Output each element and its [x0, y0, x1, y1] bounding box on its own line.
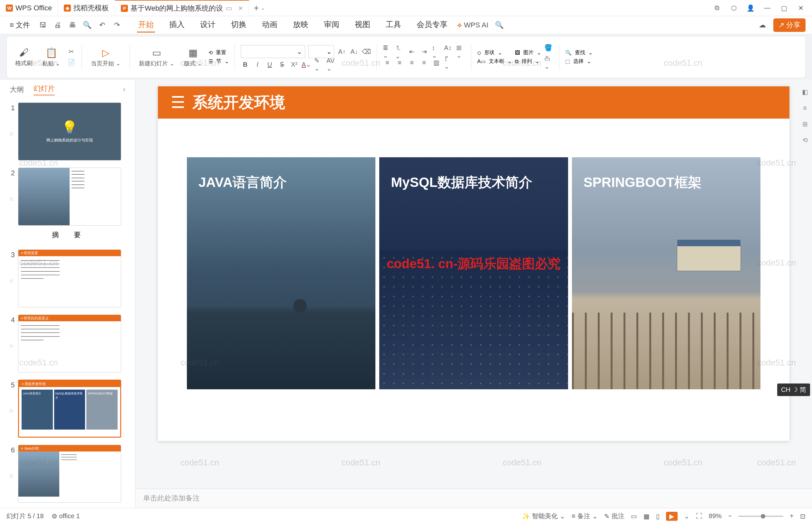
notes-pane[interactable]: 单击此处添加备注: [135, 489, 812, 508]
highlight-icon[interactable]: ✎ ⌄: [314, 60, 323, 69]
preview-icon[interactable]: 🔍: [82, 20, 93, 30]
zoom-slider[interactable]: [738, 515, 783, 517]
from-current-button[interactable]: ▷ 当页开始 ⌄: [88, 47, 124, 67]
maximize-icon[interactable]: ▢: [779, 3, 789, 13]
rail-icon[interactable]: ≡: [800, 103, 810, 113]
superscript-icon[interactable]: X²: [290, 60, 299, 69]
rail-icon[interactable]: ⟲: [800, 135, 810, 145]
find-button[interactable]: 🔍 查找 ⌄: [565, 49, 593, 56]
thumb-6[interactable]: ≡ Java介绍 ━━━━━━━━━━━━━━━━━━━━━━━━━━━━━━━…: [18, 445, 121, 503]
align-vert-icon[interactable]: ⊞ ⌄: [456, 47, 465, 56]
notes-toggle[interactable]: ≡ 备注 ⌄: [571, 512, 598, 521]
chevron-down-icon[interactable]: ⌄: [684, 512, 690, 520]
clear-format-icon[interactable]: ⌫: [362, 47, 371, 56]
font-family-select[interactable]: ⌄: [241, 45, 305, 58]
tab-tools[interactable]: 工具: [384, 17, 402, 33]
redo-icon[interactable]: ↷: [112, 20, 122, 30]
fullscreen-icon[interactable]: ⛶: [696, 512, 702, 520]
comments-toggle[interactable]: ✎ 批注: [604, 512, 625, 521]
align-justify-icon[interactable]: ≡: [419, 58, 429, 67]
text-direction-icon[interactable]: ↕ ⌄: [432, 47, 441, 56]
tab-docer[interactable]: ◆ 找稻壳模板: [58, 0, 115, 16]
reset-button[interactable]: ⟲ 重置: [209, 49, 229, 56]
zoom-knob[interactable]: [761, 514, 765, 519]
increase-font-icon[interactable]: A↑: [337, 47, 346, 56]
ime-badge[interactable]: CH ☽ 简: [777, 383, 810, 396]
outdent-icon[interactable]: ⇤: [407, 47, 416, 56]
undo-icon[interactable]: ↶: [97, 20, 107, 30]
shape-button[interactable]: ◇ 形状 ⌄: [477, 49, 512, 56]
zoom-out-icon[interactable]: −: [728, 512, 732, 520]
star-icon[interactable]: ☆: [9, 342, 14, 349]
sorter-view-icon[interactable]: ▦: [644, 512, 650, 520]
star-icon[interactable]: ☆: [9, 407, 14, 414]
office-button[interactable]: ⚙ office 1: [52, 512, 80, 520]
font-color-icon[interactable]: A ⌄: [302, 60, 311, 69]
decrease-font-icon[interactable]: A↓: [350, 47, 359, 56]
beautify-button[interactable]: ✨ 智能美化 ⌄: [522, 512, 565, 521]
normal-view-icon[interactable]: ▭: [631, 512, 637, 520]
avatar[interactable]: 👤: [746, 3, 755, 13]
tab-view[interactable]: 视图: [353, 17, 371, 33]
tab-start[interactable]: 开始: [137, 17, 155, 33]
thumb-2[interactable]: ━━━━━━━━━━━━━━━━━━━━━━━━━━━━━━━━━━━━━━━━…: [18, 167, 121, 226]
layout-button[interactable]: ▦ 版式 ⌄: [181, 47, 205, 67]
close-window-icon[interactable]: ✕: [796, 3, 806, 13]
char-spacing-icon[interactable]: AV ⌄: [327, 60, 335, 69]
save-icon[interactable]: 🖫: [38, 20, 48, 30]
paragraph-spacing-icon[interactable]: ↕ ⌄: [444, 58, 453, 67]
tab-member[interactable]: 会员专享: [415, 17, 449, 33]
tab-review[interactable]: 审阅: [322, 17, 341, 33]
tab-document[interactable]: P 基于Web的网上购物系统的设 ▭ ✕: [115, 0, 249, 16]
underline-icon[interactable]: U: [265, 60, 274, 69]
copy-icon[interactable]: 📄: [67, 58, 76, 67]
align-center-icon[interactable]: ≡: [395, 58, 404, 67]
font-size-select[interactable]: ⌄: [308, 45, 334, 58]
align-left-icon[interactable]: ≡: [383, 58, 392, 67]
new-slide-button[interactable]: ▭ 新建幻灯片 ⌄: [136, 47, 178, 67]
star-icon[interactable]: ☆: [9, 472, 14, 479]
close-icon[interactable]: ✕: [238, 5, 243, 12]
thumb-3[interactable]: ≡ 研究背景 ━━━━━━━━━━━━━━━━━━━━━━━━━━━━━━━━━…: [18, 249, 121, 308]
zoom-in-icon[interactable]: +: [790, 512, 794, 520]
file-menu[interactable]: ≡ 文件: [6, 19, 33, 31]
select-button[interactable]: ⬚ 选择 ⌄: [565, 58, 593, 65]
wps-ai[interactable]: ⟡ WPS AI: [457, 21, 488, 29]
tab-transition[interactable]: 切换: [230, 17, 248, 33]
align-right-icon[interactable]: ≡: [407, 58, 416, 67]
export-icon[interactable]: 🖨: [52, 20, 63, 30]
star-icon[interactable]: ☆: [9, 195, 14, 202]
minimize-icon[interactable]: —: [762, 3, 772, 13]
strike-icon[interactable]: S̶: [278, 60, 286, 69]
search-icon[interactable]: 🔍: [494, 20, 504, 30]
slideshow-button[interactable]: ▶: [666, 512, 678, 521]
window-grid-icon[interactable]: ⧉: [712, 3, 722, 13]
tab-animation[interactable]: 动画: [261, 17, 279, 33]
textbox-button[interactable]: A▭ 文本框 ⌄: [477, 58, 512, 65]
new-tab-button[interactable]: + ⌄: [249, 0, 269, 16]
format-brush-button[interactable]: 🖌 格式刷: [12, 47, 36, 67]
share-button[interactable]: ↗ 分享: [773, 18, 806, 32]
thumb-1[interactable]: 💡 网上购物系统的设计与实现: [18, 102, 121, 161]
bullets-icon[interactable]: ≣ ⌄: [383, 47, 392, 56]
tab-outline[interactable]: 大纲: [10, 85, 24, 95]
cube-icon[interactable]: ⬡: [729, 3, 739, 13]
cloud-icon[interactable]: ☁: [757, 20, 767, 30]
print-icon[interactable]: 🖶: [67, 20, 78, 30]
collapse-icon[interactable]: ‹: [123, 85, 125, 94]
star-icon[interactable]: ☆: [9, 277, 14, 284]
tab-insert[interactable]: 插入: [168, 17, 186, 33]
columns-icon[interactable]: ▥: [432, 58, 441, 67]
bold-icon[interactable]: B: [241, 60, 250, 69]
rail-icon[interactable]: ⊞: [800, 119, 810, 129]
tab-design[interactable]: 设计: [199, 17, 217, 33]
tab-wps-office[interactable]: W WPS Office: [0, 0, 58, 16]
indent-icon[interactable]: ⇥: [419, 47, 429, 56]
numbering-icon[interactable]: ⒈ ⌄: [395, 47, 404, 56]
star-icon[interactable]: ☆: [9, 130, 14, 137]
fit-icon[interactable]: ⊡: [800, 512, 806, 520]
tab-slideshow[interactable]: 放映: [292, 17, 310, 33]
picture-button[interactable]: 🖼 图片 ⌄: [515, 49, 541, 56]
thumb-5[interactable]: ≡ 系统开发环境 JAVA语言简介 MySQL数据库技术简介 SPRINGBOO…: [18, 380, 121, 438]
cut-icon[interactable]: ✂: [67, 47, 76, 56]
